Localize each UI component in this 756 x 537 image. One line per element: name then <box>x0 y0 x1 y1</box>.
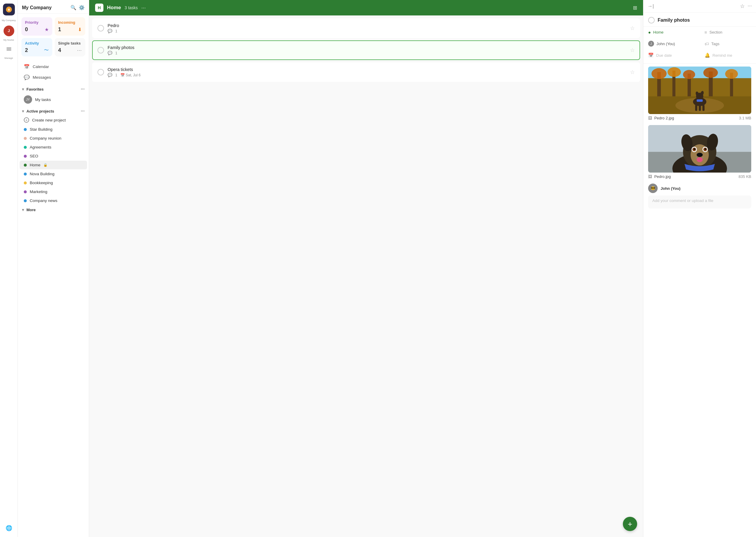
task-item-family-photos[interactable]: Family photos 💬 1 ☆ <box>92 40 640 60</box>
project-color-dot <box>24 173 27 176</box>
settings-icon[interactable]: ⚙️ <box>79 5 85 10</box>
task-item-pedro[interactable]: Pedro 💬 1 ☆ <box>92 19 640 38</box>
task-star-pedro[interactable]: ☆ <box>630 25 635 31</box>
add-task-fab[interactable]: + <box>623 517 637 531</box>
priority-card[interactable]: Priority 0 ★ <box>22 17 52 36</box>
project-icon-symbol: H <box>98 5 101 10</box>
active-projects-header: ▾ Active projects ··· <box>18 106 89 115</box>
activity-card[interactable]: Activity 2 〜 <box>22 38 52 57</box>
incoming-card[interactable]: Incoming 1 ⬇ <box>55 17 86 36</box>
task-checkbox-pedro[interactable] <box>98 25 104 31</box>
project-dot-icon: ● <box>648 30 651 35</box>
task-checkbox-opera-tickets[interactable] <box>98 69 104 75</box>
active-projects-more-icon[interactable]: ··· <box>81 108 85 114</box>
commenter-avatar: 😎 <box>648 184 658 193</box>
panel-more-icon[interactable]: ··· <box>748 3 752 10</box>
more-label: More <box>26 208 36 212</box>
comment-count: 1 <box>115 29 117 33</box>
pedro-filename: Pedro.jpg <box>654 174 671 179</box>
task-date: 📅 Sat, Jul 6 <box>120 73 141 77</box>
task-detail-checkbox[interactable] <box>648 17 655 23</box>
project-name: Marketing <box>30 189 47 194</box>
comment-count: 1 <box>115 73 117 77</box>
sidebar-item-my-tasks[interactable]: JY My tasks <box>20 93 87 106</box>
file-icon-pedro: 🖼 <box>648 174 652 179</box>
sidebar-item-company-news[interactable]: Company news <box>20 196 87 205</box>
meta-tags[interactable]: 🏷 Tags <box>700 38 756 50</box>
sidebar-item-agreements[interactable]: Agreements <box>20 143 87 151</box>
favorites-more-icon[interactable]: ··· <box>81 86 85 92</box>
commenter-name: John (You) <box>661 186 681 191</box>
manage-btn[interactable] <box>4 44 14 54</box>
add-project-icon: + <box>24 117 29 123</box>
create-project-item[interactable]: + Create new project <box>20 115 87 125</box>
sidebar-item-nova-building[interactable]: Nova Building <box>20 170 87 178</box>
sidebar-item-messages[interactable]: 💬 Messages <box>20 72 87 83</box>
project-color-dot <box>24 199 27 202</box>
meta-section[interactable]: ≡ Section <box>700 27 756 38</box>
sidebar-item-bookkeeping[interactable]: Bookkeeping <box>20 179 87 187</box>
messages-icon: 💬 <box>24 74 30 80</box>
task-item-opera-tickets[interactable]: Opera tickets 💬 1 📅 Sat, Jul 6 ☆ <box>92 62 640 82</box>
single-tasks-card[interactable]: Single tasks 4 ⋯ <box>55 38 86 57</box>
svg-rect-24 <box>702 105 705 111</box>
meta-remind-label: Remind me <box>713 53 732 58</box>
panel-star-icon[interactable]: ☆ <box>740 3 745 10</box>
project-name: Company reunion <box>30 136 62 141</box>
sidebar: My Company 🔍 ⚙️ Priority 0 ★ Incoming 1 … <box>18 0 89 537</box>
svg-point-38 <box>696 157 702 162</box>
more-header[interactable]: ▾ More <box>18 205 89 213</box>
task-star-family-photos[interactable]: ☆ <box>630 47 635 54</box>
attachment-pedro-image[interactable] <box>648 125 751 173</box>
main-more-icon[interactable]: ··· <box>142 5 146 11</box>
meta-section-label: Section <box>709 30 722 34</box>
panel-collapse-icon[interactable]: →| <box>647 3 654 9</box>
more-chevron-icon: ▾ <box>22 208 24 212</box>
calendar-icon: 📅 <box>24 64 30 69</box>
comment-input[interactable]: Add your comment or upload a file <box>648 195 751 209</box>
task-star-opera-tickets[interactable]: ☆ <box>630 69 635 75</box>
meta-assignee-value: John (You) <box>656 42 675 46</box>
icon-bar: My Company J My Nozbe Manage 🌐 <box>0 0 18 537</box>
main-header: H Home 3 tasks ··· ⊞ <box>89 0 643 16</box>
project-name: Nova Building <box>30 172 54 176</box>
task-checkbox-family-photos[interactable] <box>98 47 104 54</box>
comment-placeholder: Add your comment or upload a file <box>652 198 714 203</box>
meta-project[interactable]: ● Home <box>644 27 700 38</box>
project-title: Home <box>107 5 121 11</box>
manage-label: Manage <box>4 57 13 60</box>
project-color-dot <box>24 155 27 158</box>
activity-label: Activity <box>25 41 49 45</box>
search-icon[interactable]: 🔍 <box>70 5 76 10</box>
task-content-pedro: Pedro 💬 1 <box>108 23 626 33</box>
main-header-left: H Home 3 tasks ··· <box>95 4 146 12</box>
project-name: Star Building <box>30 127 53 132</box>
attachment-pedro2-image[interactable] <box>648 66 751 114</box>
meta-remind-me[interactable]: 🔔 Remind me <box>700 50 756 61</box>
app-icon[interactable] <box>3 4 15 16</box>
attachments-area: 🖼 Pedro 2.jpg 3.1 MB <box>644 63 756 537</box>
sort-filter-icon[interactable]: ⊞ <box>633 5 637 11</box>
sidebar-item-marketing[interactable]: Marketing <box>20 187 87 196</box>
sidebar-item-calendar[interactable]: 📅 Calendar <box>20 62 87 72</box>
right-panel: →| ☆ ··· Family photos ● Home ≡ Section … <box>643 0 756 537</box>
sidebar-item-company-reunion[interactable]: Company reunion <box>20 134 87 143</box>
comment-count: 1 <box>115 51 117 55</box>
sidebar-item-star-building[interactable]: Star Building <box>20 125 87 134</box>
company-name: My Company <box>22 5 52 10</box>
meta-assignee[interactable]: J John (You) <box>644 38 700 50</box>
fab-plus-icon: + <box>628 520 632 528</box>
project-name: Company news <box>30 198 57 203</box>
meta-due-date[interactable]: 📅 Due date <box>644 50 700 61</box>
svg-point-37 <box>696 153 702 157</box>
panel-action-icons: ☆ ··· <box>740 3 752 10</box>
active-projects-label: Active projects <box>26 109 54 113</box>
svg-rect-21 <box>696 100 702 102</box>
user-avatar[interactable]: J <box>4 25 14 36</box>
project-color-dot <box>24 164 27 167</box>
calendar-label: Calendar <box>33 64 49 69</box>
sidebar-item-home[interactable]: Home 🔒 <box>20 161 87 169</box>
sidebar-item-seo[interactable]: SEO <box>20 152 87 160</box>
single-tasks-count: 4 <box>58 47 61 54</box>
globe-icon[interactable]: 🌐 <box>4 523 14 533</box>
